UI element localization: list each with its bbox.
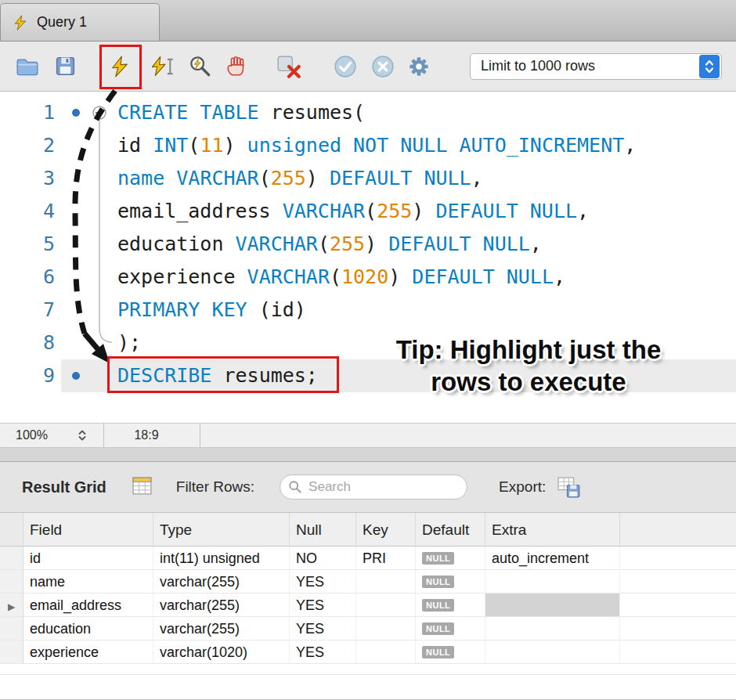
save-script-button[interactable] [50, 52, 80, 81]
line-number: 3 [0, 162, 61, 195]
cell-field[interactable]: education [23, 617, 153, 640]
search-input[interactable] [280, 474, 467, 500]
row-selector[interactable]: ▶ [0, 594, 23, 617]
explain-button[interactable] [185, 52, 215, 81]
table-row[interactable]: ▶email_addressvarchar(255)YESNULL [0, 594, 736, 617]
editor-margin [61, 261, 117, 294]
cell-filler[interactable] [620, 547, 736, 570]
row-selector[interactable] [0, 570, 23, 594]
code-line-2[interactable]: 2id INT(11) unsigned NOT NULL AUTO_INCRE… [0, 129, 736, 162]
code-text: email_address VARCHAR(255) DEFAULT NULL, [117, 195, 736, 228]
result-grid-icon[interactable] [132, 475, 153, 500]
table-row[interactable]: idint(11) unsignedNOPRINULLauto_incremen… [0, 547, 736, 570]
null-badge: NULL [422, 646, 454, 659]
execute-current-button[interactable] [147, 52, 177, 81]
column-header-extra[interactable]: Extra [485, 513, 620, 547]
header-gutter [0, 513, 23, 547]
limit-rows-dropdown[interactable]: Limit to 1000 rows [470, 53, 722, 80]
row-selector[interactable] [0, 617, 23, 640]
tip-annotation: Tip: Highlight just the rows to execute [345, 334, 713, 398]
filter-rows-label: Filter Rows: [176, 478, 254, 496]
cell-null[interactable]: NO [290, 547, 356, 570]
cell-extra[interactable] [485, 640, 620, 664]
table-row[interactable]: namevarchar(255)YESNULL [0, 570, 736, 594]
row-selector[interactable] [0, 547, 23, 570]
explain-magnifier-icon [189, 55, 211, 78]
autocommit-button[interactable] [404, 52, 434, 81]
cell-field[interactable]: name [23, 570, 153, 594]
cell-extra[interactable] [485, 570, 620, 594]
cell-field[interactable]: experience [23, 640, 153, 664]
cell-filler[interactable] [620, 640, 736, 664]
cell-field[interactable]: email_address [23, 594, 153, 617]
toggle-stop-on-error-button[interactable] [274, 52, 304, 81]
cell-default[interactable]: NULL [416, 640, 485, 664]
table-row[interactable]: educationvarchar(255)YESNULL [0, 617, 736, 640]
column-header-null[interactable]: Null [290, 513, 356, 547]
mysql-workbench-query-window: Query 1 [0, 0, 736, 700]
cell-filler[interactable] [620, 617, 736, 640]
save-icon [55, 56, 76, 77]
column-header-field[interactable]: Field [23, 513, 153, 547]
search-icon [288, 480, 302, 494]
execute-button[interactable] [105, 52, 135, 81]
cell-type[interactable]: varchar(1020) [153, 640, 290, 664]
code-text: PRIMARY KEY (id) [117, 294, 736, 327]
cell-default[interactable]: NULL [416, 547, 485, 570]
editor-margin [61, 359, 117, 392]
line-number: 8 [0, 327, 61, 359]
cell-extra[interactable] [485, 594, 620, 617]
cell-key[interactable] [356, 594, 416, 617]
column-header-type[interactable]: Type [153, 513, 290, 547]
cell-type[interactable]: varchar(255) [153, 617, 290, 640]
cell-default[interactable]: NULL [416, 594, 485, 617]
table-row[interactable]: experiencevarchar(1020)YESNULL [0, 640, 736, 664]
query-tab-bar: Query 1 [0, 0, 736, 41]
code-text: education VARCHAR(255) DEFAULT NULL, [117, 228, 736, 261]
cell-key[interactable]: PRI [356, 547, 416, 570]
null-badge: NULL [422, 622, 454, 635]
export-icon [557, 475, 581, 500]
cell-filler[interactable] [620, 570, 736, 594]
row-selector[interactable] [0, 640, 23, 664]
code-line-1[interactable]: 1CREATE TABLE resumes( [0, 96, 736, 129]
export-label: Export: [499, 478, 546, 496]
stop-button[interactable] [222, 52, 252, 81]
commit-button[interactable] [330, 52, 360, 81]
cell-extra[interactable]: auto_increment [485, 547, 620, 570]
cell-key[interactable] [356, 640, 416, 664]
search-box [280, 474, 467, 500]
export-button[interactable] [557, 475, 581, 500]
status-divider [200, 424, 200, 447]
cell-type[interactable]: varchar(255) [153, 594, 290, 617]
cell-null[interactable]: YES [290, 617, 356, 640]
cell-null[interactable]: YES [290, 594, 356, 617]
rollback-x-icon [371, 55, 395, 78]
selected-row-pointer-icon: ▶ [8, 601, 15, 612]
column-header-key[interactable]: Key [356, 513, 416, 547]
cell-key[interactable] [356, 570, 416, 594]
cell-default[interactable]: NULL [416, 617, 485, 640]
cell-type[interactable]: int(11) unsigned [153, 547, 290, 570]
cell-type[interactable]: varchar(255) [153, 570, 290, 594]
cell-key[interactable] [356, 617, 416, 640]
code-line-6[interactable]: 6experience VARCHAR(1020) DEFAULT NULL, [0, 261, 736, 294]
open-script-button[interactable] [13, 52, 42, 81]
cell-extra[interactable] [485, 617, 620, 640]
code-line-3[interactable]: 3name VARCHAR(255) DEFAULT NULL, [0, 162, 736, 195]
rollback-button[interactable] [368, 52, 398, 81]
cell-field[interactable]: id [23, 547, 153, 570]
cell-null[interactable]: YES [290, 640, 356, 664]
cell-filler[interactable] [620, 594, 736, 617]
pane-splitter[interactable] [0, 448, 736, 462]
cell-default[interactable]: NULL [416, 570, 485, 594]
editor-margin [61, 294, 117, 327]
code-line-4[interactable]: 4email_address VARCHAR(255) DEFAULT NULL… [0, 195, 736, 228]
cell-null[interactable]: YES [290, 570, 356, 594]
query-lightning-icon [13, 14, 28, 31]
column-header-default[interactable]: Default [416, 513, 485, 547]
code-line-7[interactable]: 7PRIMARY KEY (id) [0, 294, 736, 327]
code-line-5[interactable]: 5education VARCHAR(255) DEFAULT NULL, [0, 228, 736, 261]
tab-query-1[interactable]: Query 1 [0, 3, 160, 41]
zoom-stepper[interactable] [72, 425, 92, 446]
